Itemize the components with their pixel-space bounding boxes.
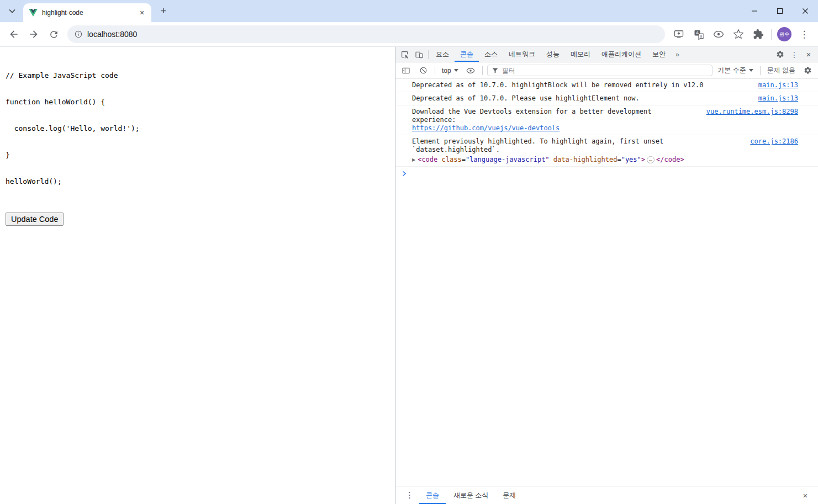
console-messages: Deprecated as of 10.7.0. highlightBlock …: [395, 79, 818, 180]
dom-equals: =: [462, 156, 466, 164]
ellipsis-expand-button[interactable]: …: [647, 156, 655, 163]
code-line: // Example JavaScript code: [6, 71, 389, 80]
devtools-drawer: ⋮ 콘솔 새로운 소식 문제 ×: [395, 486, 818, 504]
drawer-tab-whats-new[interactable]: 새로운 소식: [447, 486, 495, 504]
message-source-link[interactable]: vue.runtime.esm.js:8298: [699, 108, 798, 116]
console-filter-box[interactable]: [487, 65, 713, 76]
dom-space: [550, 156, 553, 164]
svg-text:a: a: [700, 34, 703, 38]
message-source-link[interactable]: main.js:13: [751, 94, 798, 103]
devtools-tab-application[interactable]: 애플리케이션: [596, 47, 647, 62]
console-toolbar-divider: [435, 66, 435, 75]
tab-search-button[interactable]: [4, 3, 20, 19]
bookmark-star-icon[interactable]: [729, 25, 748, 44]
clear-console-icon[interactable]: [416, 63, 430, 78]
console-settings-icon[interactable]: [800, 63, 815, 78]
drawer-menu-icon[interactable]: ⋮: [401, 490, 418, 500]
devtools-close-button[interactable]: ×: [801, 47, 816, 62]
close-icon: ×: [803, 491, 808, 500]
close-icon: [802, 8, 809, 14]
console-sidebar-icon[interactable]: [399, 63, 413, 78]
vue-logo-icon: [29, 8, 38, 17]
console-prompt-chevron-icon: [402, 171, 407, 177]
minimize-icon: [751, 8, 758, 14]
tabbar-divider: [428, 50, 429, 59]
message-source-link[interactable]: main.js:13: [751, 81, 798, 89]
forward-button[interactable]: [24, 25, 43, 44]
site-info-icon[interactable]: [74, 30, 83, 39]
dom-attr-name: class: [442, 156, 462, 164]
devtools-settings-icon[interactable]: [773, 47, 787, 62]
code-line: helloWorld();: [6, 177, 389, 186]
log-levels-dropdown[interactable]: 기본 수준: [715, 66, 755, 75]
devtools-tab-performance[interactable]: 성능: [541, 47, 565, 62]
live-expression-eye-icon[interactable]: [463, 63, 478, 78]
dom-tag: </code>: [656, 156, 684, 164]
code-line: function helloWorld() {: [6, 98, 389, 107]
devtools-menu-icon[interactable]: ⋮: [787, 47, 801, 62]
drawer-close-button[interactable]: ×: [798, 488, 812, 502]
device-toolbar-icon[interactable]: [412, 47, 426, 62]
log-levels-label: 기본 수준: [717, 66, 746, 75]
dom-tag: <code: [418, 156, 441, 164]
devtools-tab-network[interactable]: 네트워크: [503, 47, 541, 62]
browser-menu-button[interactable]: ⋮: [795, 25, 814, 44]
drawer-tab-console[interactable]: 콘솔: [419, 486, 446, 504]
update-code-button[interactable]: Update Code: [6, 213, 64, 226]
browser-tab[interactable]: highlight-code ×: [23, 3, 151, 22]
reload-icon: [49, 29, 59, 40]
message-text: Download the Vue Devtools extension for …: [412, 108, 699, 124]
dom-attr-value: "language-javascript": [466, 156, 550, 164]
new-tab-button[interactable]: +: [156, 3, 171, 19]
devtools-tab-memory[interactable]: 메모리: [565, 47, 596, 62]
devtools-tab-elements[interactable]: 요소: [430, 47, 455, 62]
console-message: Download the Vue Devtools extension for …: [395, 105, 818, 135]
console-toolbar-divider: [482, 66, 483, 75]
console-prompt[interactable]: [395, 167, 818, 180]
kebab-icon: ⋮: [790, 50, 798, 59]
inspect-element-icon[interactable]: [398, 47, 412, 62]
console-message: Element previously highlighted. To highl…: [395, 135, 818, 167]
tab-close-icon[interactable]: ×: [137, 8, 147, 18]
install-app-icon[interactable]: [669, 25, 688, 44]
dom-tag: >: [641, 156, 645, 164]
translate-icon[interactable]: Aa: [689, 25, 708, 44]
devtools-tab-sources[interactable]: 소스: [479, 47, 503, 62]
expand-arrow-icon[interactable]: ▶: [412, 156, 415, 164]
console-filter-input[interactable]: [502, 67, 709, 75]
eye-icon[interactable]: [709, 25, 728, 44]
profile-avatar[interactable]: 원수: [777, 27, 791, 41]
message-text: Deprecated as of 10.7.0. Please use high…: [412, 94, 751, 103]
address-bar[interactable]: localhost:8080: [67, 25, 665, 43]
chevron-down-icon: [9, 9, 15, 13]
chevron-down-icon: [454, 69, 458, 72]
devtools-tab-console[interactable]: 콘솔: [455, 47, 479, 62]
issues-counter[interactable]: 문제 없음: [765, 66, 798, 75]
devtools-tabbar: 요소 콘솔 소스 네트워크 성능 메모리 애플리케이션 보안 » ⋮ ×: [395, 47, 818, 62]
close-icon: ×: [806, 50, 811, 59]
dom-attr-name: data-highlighted: [553, 156, 618, 164]
message-url-link[interactable]: https://github.com/vuejs/vue-devtools: [412, 124, 560, 132]
more-tabs-icon[interactable]: »: [671, 51, 684, 59]
devtools-tab-security[interactable]: 보안: [647, 47, 671, 62]
drawer-tab-issues[interactable]: 문제: [496, 486, 523, 504]
code-line: }: [6, 151, 389, 160]
window-maximize-button[interactable]: [767, 0, 793, 22]
window-close-button[interactable]: [793, 0, 818, 22]
svg-text:A: A: [696, 30, 699, 35]
console-empty-area[interactable]: [395, 180, 818, 486]
message-source-link[interactable]: core.js:2186: [742, 137, 798, 146]
back-arrow-icon: [8, 29, 19, 40]
message-text: Element previously highlighted. To highl…: [412, 137, 742, 154]
dom-preview: ▶ <code class="language-javascript" data…: [412, 156, 798, 164]
message-text: Deprecated as of 10.7.0. highlightBlock …: [412, 81, 751, 89]
context-selector-dropdown[interactable]: top: [440, 67, 461, 75]
content-area: // Example JavaScript code function hell…: [0, 47, 818, 504]
back-button[interactable]: [4, 25, 23, 44]
reload-button[interactable]: [44, 25, 63, 44]
chevron-down-icon: [749, 69, 753, 72]
window-minimize-button[interactable]: [742, 0, 767, 22]
maximize-icon: [777, 8, 783, 14]
console-toolbar-divider: [760, 66, 761, 75]
extensions-icon[interactable]: [749, 25, 768, 44]
